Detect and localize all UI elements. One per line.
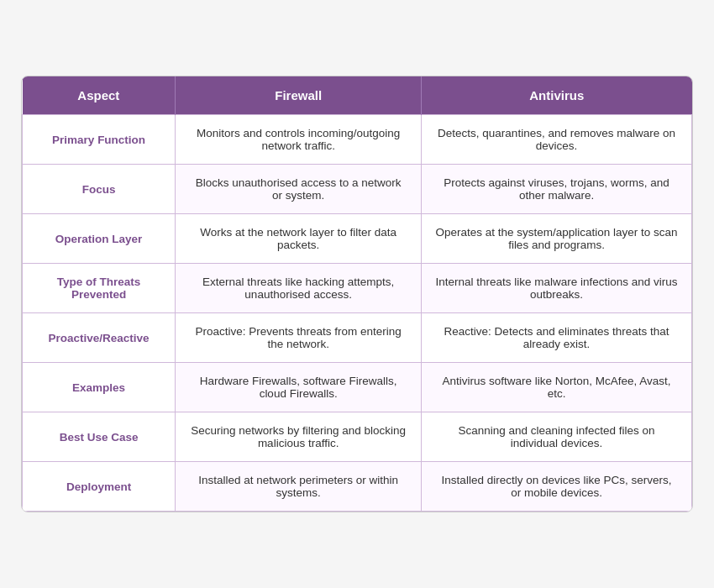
cell-firewall: Securing networks by filtering and block… [176,412,422,462]
cell-firewall: Installed at network perimeters or withi… [176,462,422,512]
cell-antivirus: Scanning and cleaning infected files on … [422,412,692,462]
header-antivirus: Antivirus [422,76,692,115]
cell-firewall: Blocks unauthorised access to a network … [176,165,422,214]
cell-firewall: Monitors and controls incoming/outgoing … [176,115,422,165]
cell-antivirus: Operates at the system/application layer… [422,214,692,264]
cell-aspect: Proactive/Reactive [23,313,176,363]
table-row: DeploymentInstalled at network perimeter… [23,462,692,512]
cell-firewall: Works at the network layer to filter dat… [176,214,422,264]
cell-antivirus: Antivirus software like Norton, McAfee, … [422,363,692,412]
cell-aspect: Operation Layer [23,214,176,264]
cell-firewall: Hardware Firewalls, software Firewalls, … [176,363,422,412]
cell-firewall: Proactive: Prevents threats from enterin… [176,313,422,363]
cell-aspect: Type of Threats Prevented [23,264,176,313]
cell-antivirus: Protects against viruses, trojans, worms… [422,165,692,214]
header-aspect: Aspect [23,76,176,115]
cell-antivirus: Detects, quarantines, and removes malwar… [422,115,692,165]
table-row: Primary FunctionMonitors and controls in… [23,115,692,165]
table-row: ExamplesHardware Firewalls, software Fir… [23,363,692,412]
cell-antivirus: Internal threats like malware infections… [422,264,692,313]
comparison-table: Aspect Firewall Antivirus Primary Functi… [22,76,692,512]
cell-aspect: Deployment [23,462,176,512]
cell-antivirus: Installed directly on devices like PCs, … [422,462,692,512]
table-row: FocusBlocks unauthorised access to a net… [23,165,692,214]
header-firewall: Firewall [176,76,422,115]
table-row: Proactive/ReactiveProactive: Prevents th… [23,313,692,363]
cell-firewall: External threats like hacking attempts, … [176,264,422,313]
table-row: Operation LayerWorks at the network laye… [23,214,692,264]
cell-aspect: Focus [23,165,176,214]
table-row: Type of Threats PreventedExternal threat… [23,264,692,313]
cell-aspect: Best Use Case [23,412,176,462]
table-row: Best Use CaseSecuring networks by filter… [23,412,692,462]
cell-antivirus: Reactive: Detects and eliminates threats… [422,313,692,363]
cell-aspect: Primary Function [23,115,176,165]
comparison-table-wrapper: Aspect Firewall Antivirus Primary Functi… [21,76,693,512]
cell-aspect: Examples [23,363,176,412]
table-header-row: Aspect Firewall Antivirus [23,76,692,115]
